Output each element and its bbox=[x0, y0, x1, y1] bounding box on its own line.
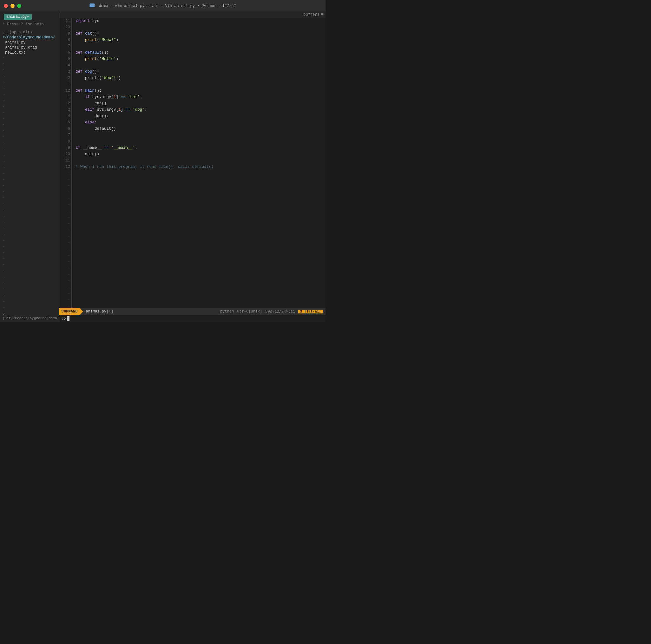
code-line bbox=[75, 81, 326, 88]
status-right: python utf-8[unix] 50%≡12/24⅟:11 Ξ [3]tr… bbox=[220, 309, 326, 314]
sidebar-item-animal-py[interactable]: animal.py bbox=[0, 40, 59, 45]
sidebar-active-tab[interactable]: animal.py+ bbox=[4, 14, 32, 20]
cmdline[interactable]: :x bbox=[59, 315, 326, 322]
status-language: python bbox=[220, 309, 234, 314]
code-line: main() bbox=[75, 151, 326, 157]
sidebar-help: " Press ? for help bbox=[0, 22, 59, 27]
code-line: if sys.argv[1] == 'cat': bbox=[75, 94, 326, 100]
code-line: cat() bbox=[75, 100, 326, 106]
code-line: def main(): bbox=[75, 88, 326, 94]
code-line: def dog(): bbox=[75, 68, 326, 75]
status-mode-arrow bbox=[80, 308, 83, 315]
code-line bbox=[75, 138, 326, 145]
code-line: # When I run this program, it runs main(… bbox=[75, 164, 326, 170]
cursor bbox=[67, 316, 69, 321]
code-line: printf('Woof!') bbox=[75, 75, 326, 81]
statusbar: COMMAND animal.py[+] python utf-8[unix] … bbox=[59, 308, 326, 315]
close-button[interactable] bbox=[4, 4, 8, 8]
sidebar-tab-row: animal.py+ bbox=[0, 13, 59, 21]
window-title: demo — vim animal.py — vim — Vim animal.… bbox=[90, 3, 236, 8]
code-line: dog(): bbox=[75, 113, 326, 119]
status-position: 50%≡12/24⅟:11 bbox=[265, 309, 295, 314]
code-line bbox=[75, 132, 326, 138]
code-line: elif sys.argv[1] == 'dog': bbox=[75, 106, 326, 113]
line-numbers: 11 10 9 8 7 6 5 4 3 2 1 12 1 2 3 4 5 6 7 bbox=[59, 18, 72, 308]
maximize-button[interactable] bbox=[17, 4, 21, 8]
code-line bbox=[75, 62, 326, 68]
editor-header: buffers ⊞ bbox=[59, 11, 326, 18]
status-indicator: Ξ [3]trai… bbox=[298, 310, 323, 313]
cmdline-text: :x bbox=[62, 316, 67, 321]
code-view[interactable]: 11 10 9 8 7 6 5 4 3 2 1 12 1 2 3 4 5 6 7 bbox=[59, 18, 326, 308]
sidebar-bottom-status: < (Git)/Code/playground/demo bbox=[0, 312, 59, 321]
code-line bbox=[75, 43, 326, 50]
status-encoding: utf-8[unix] bbox=[237, 309, 262, 314]
expand-icon[interactable]: ⊞ bbox=[321, 12, 323, 17]
status-mode: COMMAND bbox=[59, 308, 80, 315]
sidebar-item-hello-txt[interactable]: hello.txt bbox=[0, 50, 59, 55]
code-line: def cat(): bbox=[75, 30, 326, 37]
code-line: def default(): bbox=[75, 50, 326, 56]
sidebar-item-animal-py-orig[interactable]: animal.py.orig bbox=[0, 45, 59, 50]
code-line bbox=[75, 157, 326, 164]
titlebar: demo — vim animal.py — vim — Vim animal.… bbox=[0, 0, 326, 11]
minimize-button[interactable] bbox=[10, 4, 14, 8]
code-line: import sys bbox=[75, 18, 326, 24]
code-line: if __name__ == '__main__': bbox=[75, 145, 326, 151]
sidebar-item-up[interactable]: .. (up a dir) bbox=[0, 30, 59, 35]
code-line bbox=[75, 24, 326, 30]
code-line: print('Hello') bbox=[75, 56, 326, 62]
code-editor[interactable]: import sys def cat(): print("Meow!") def… bbox=[72, 18, 326, 308]
buffers-button[interactable]: buffers bbox=[301, 12, 321, 17]
main-area: animal.py+ " Press ? for help .. (up a d… bbox=[0, 11, 326, 322]
code-line: print("Meow!") bbox=[75, 37, 326, 43]
traffic-lights bbox=[4, 4, 21, 8]
sidebar-item-active-dir[interactable]: </Code/playground/demo/ bbox=[0, 35, 59, 40]
code-line: else: bbox=[75, 119, 326, 126]
status-filename: animal.py[+] bbox=[83, 309, 116, 314]
code-line: default() bbox=[75, 126, 326, 132]
sidebar: animal.py+ " Press ? for help .. (up a d… bbox=[0, 11, 59, 322]
editor-area: buffers ⊞ 11 10 9 8 7 6 5 4 3 2 1 12 1 2 bbox=[59, 11, 326, 322]
folder-icon bbox=[90, 3, 95, 7]
